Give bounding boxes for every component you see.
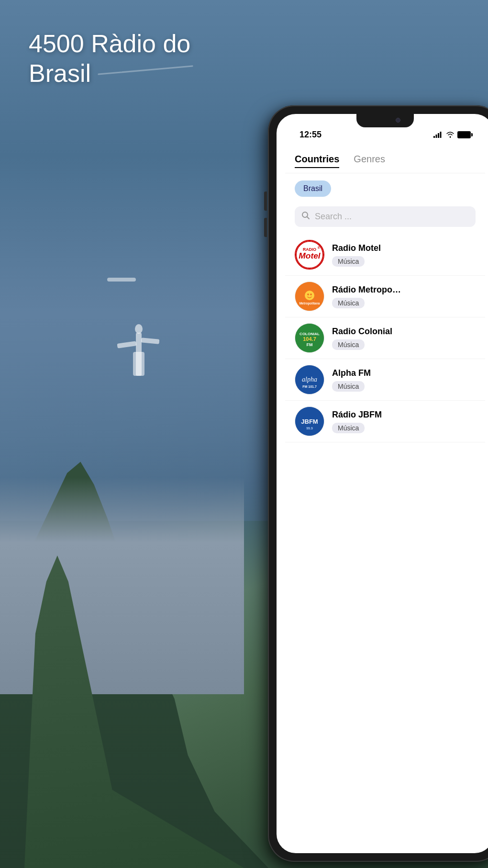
- station-info-jbfm: Rádio JBFM Música: [332, 410, 476, 433]
- station-info-alpha-fm: Alpha FM Música: [332, 368, 476, 392]
- svg-text:JBFM: JBFM: [301, 418, 318, 425]
- search-icon: [301, 211, 310, 222]
- station-genre-metropolitana: Música: [332, 298, 365, 308]
- app-title: 4500 Ràdio do Brasil: [29, 29, 244, 89]
- svg-rect-6: [436, 135, 437, 138]
- station-name-radio-motel: Radio Motel: [332, 243, 476, 253]
- station-name-jbfm: Rádio JBFM: [332, 410, 476, 420]
- svg-text:104.7: 104.7: [303, 336, 316, 342]
- battery-icon: [457, 131, 471, 138]
- station-logo-metropolitana: Metropolitana: [295, 282, 324, 311]
- signal-icon: [433, 131, 443, 138]
- search-bar[interactable]: Search ...: [295, 206, 476, 227]
- svg-text:FM: FM: [307, 342, 313, 347]
- phone-wrapper: 12:55: [268, 105, 488, 862]
- svg-text:®: ®: [318, 246, 320, 249]
- wifi-icon: [446, 131, 455, 138]
- svg-text:FM 101.7: FM 101.7: [302, 385, 317, 388]
- station-logo-alpha-fm: alpha FM 101.7: [295, 365, 324, 395]
- station-item-radio-motel[interactable]: RADIO Motel ® Radio Motel Música: [285, 234, 485, 276]
- station-item-colonial[interactable]: COLONIAL 104.7 FM Radio Colonial Música: [285, 317, 485, 359]
- bg-boat-detail: [107, 278, 136, 282]
- search-placeholder: Search ...: [315, 212, 352, 222]
- station-logo-jbfm: JBFM 99.9: [295, 406, 324, 436]
- phone-volume-down: [264, 218, 267, 237]
- svg-point-17: [307, 293, 309, 295]
- phone-volume-up: [264, 192, 267, 211]
- station-name-alpha-fm: Alpha FM: [332, 368, 476, 378]
- station-item-metropolitana[interactable]: Metropolitana Rádio Metropo… Música: [285, 276, 485, 317]
- station-info-radio-motel: Radio Motel Música: [332, 243, 476, 267]
- phone-screen: 12:55: [277, 114, 488, 853]
- svg-text:Motel: Motel: [299, 251, 321, 260]
- status-icons: [433, 131, 471, 138]
- station-logo-colonial: COLONIAL 104.7 FM: [295, 323, 324, 353]
- station-genre-radio-motel: Música: [332, 256, 365, 267]
- phone-notch: [356, 114, 414, 127]
- svg-rect-2: [117, 341, 137, 348]
- station-genre-alpha-fm: Música: [332, 381, 365, 392]
- station-info-metropolitana: Rádio Metropo… Música: [332, 285, 476, 308]
- svg-rect-7: [438, 133, 439, 138]
- station-logo-radio-motel: RADIO Motel ®: [295, 240, 324, 270]
- svg-rect-4: [133, 352, 144, 376]
- svg-text:99.9: 99.9: [306, 427, 313, 430]
- station-genre-colonial: Música: [332, 339, 365, 350]
- filter-chip-brasil[interactable]: Brasil: [295, 180, 331, 197]
- christ-statue: [117, 304, 160, 381]
- svg-text:COLONIAL: COLONIAL: [299, 332, 320, 336]
- phone-shell: 12:55: [268, 105, 488, 862]
- station-item-jbfm[interactable]: JBFM 99.9 Rádio JBFM Música: [285, 401, 485, 442]
- svg-point-18: [310, 293, 312, 295]
- station-list: RADIO Motel ® Radio Motel Música: [285, 234, 485, 442]
- svg-rect-8: [440, 132, 442, 138]
- station-name-colonial: Radio Colonial: [332, 327, 476, 337]
- nav-tabs: Countries Genres: [285, 147, 485, 173]
- station-info-colonial: Radio Colonial Música: [332, 327, 476, 350]
- station-name-metropolitana: Rádio Metropo…: [332, 285, 476, 295]
- status-time: 12:55: [299, 130, 322, 140]
- svg-text:Metropolitana: Metropolitana: [299, 302, 320, 305]
- svg-text:alpha: alpha: [302, 376, 317, 383]
- station-item-alpha-fm[interactable]: alpha FM 101.7 Alpha FM Música: [285, 359, 485, 401]
- tab-countries[interactable]: Countries: [295, 154, 339, 168]
- svg-line-10: [307, 217, 310, 219]
- phone-camera: [396, 118, 400, 123]
- svg-point-1: [135, 324, 143, 334]
- svg-rect-3: [141, 338, 159, 344]
- filter-area: Brasil: [285, 173, 485, 204]
- svg-rect-5: [433, 136, 435, 138]
- svg-point-16: [305, 291, 314, 300]
- tab-genres[interactable]: Genres: [354, 154, 385, 168]
- station-genre-jbfm: Música: [332, 423, 365, 433]
- app-content: Countries Genres Brasil Search ...: [285, 147, 485, 845]
